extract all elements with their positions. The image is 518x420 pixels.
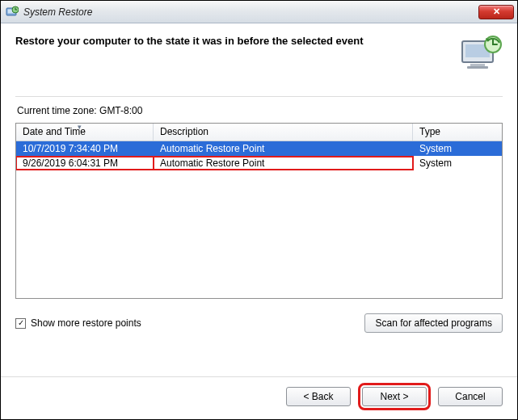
system-restore-icon [6,6,19,19]
cell-datetime: 9/26/2019 6:04:31 PM [16,157,154,170]
svg-rect-6 [467,66,488,69]
table-header-row: Date and Time ▾ Description Type [16,124,502,141]
restore-points-table: Date and Time ▾ Description Type 10/7/20… [15,123,503,299]
cell-datetime: 10/7/2019 7:34:40 PM [16,142,154,155]
timezone-label: Current time zone: GMT-8:00 [17,105,503,116]
close-icon: ✕ [493,6,500,17]
scan-affected-button[interactable]: Scan for affected programs [364,313,503,333]
table-row[interactable]: 9/26/2019 6:04:31 PMAutomatic Restore Po… [16,156,502,170]
restore-illustration-icon [459,35,503,72]
cell-description: Automatic Restore Point [154,142,413,155]
table-row[interactable]: 10/7/2019 7:34:40 PMAutomatic Restore Po… [16,141,502,156]
column-header-type[interactable]: Type [413,124,502,141]
divider [15,96,503,97]
show-more-checkbox[interactable]: ✓ Show more restore points [15,317,141,329]
sort-indicator-icon: ▾ [78,123,82,131]
cell-description: Automatic Restore Point [154,157,413,170]
column-header-datetime-label: Date and Time [23,126,86,137]
next-button[interactable]: Next > [362,387,427,406]
checkbox-icon: ✓ [15,318,26,329]
column-header-datetime[interactable]: Date and Time ▾ [16,124,154,141]
back-button[interactable]: < Back [286,387,351,406]
page-heading: Restore your computer to the state it wa… [15,35,449,47]
wizard-footer: < Back Next > Cancel [1,376,517,419]
window-title: System Restore [23,6,478,18]
cell-type: System [413,157,502,170]
cancel-button[interactable]: Cancel [438,387,503,406]
column-header-description[interactable]: Description [154,124,413,141]
table-body: 10/7/2019 7:34:40 PMAutomatic Restore Po… [16,141,502,170]
wizard-content: Restore your computer to the state it wa… [1,23,517,376]
svg-rect-5 [470,64,485,66]
titlebar: System Restore ✕ [1,1,517,23]
close-button[interactable]: ✕ [478,5,514,19]
cell-type: System [413,142,502,155]
show-more-label: Show more restore points [31,317,141,329]
